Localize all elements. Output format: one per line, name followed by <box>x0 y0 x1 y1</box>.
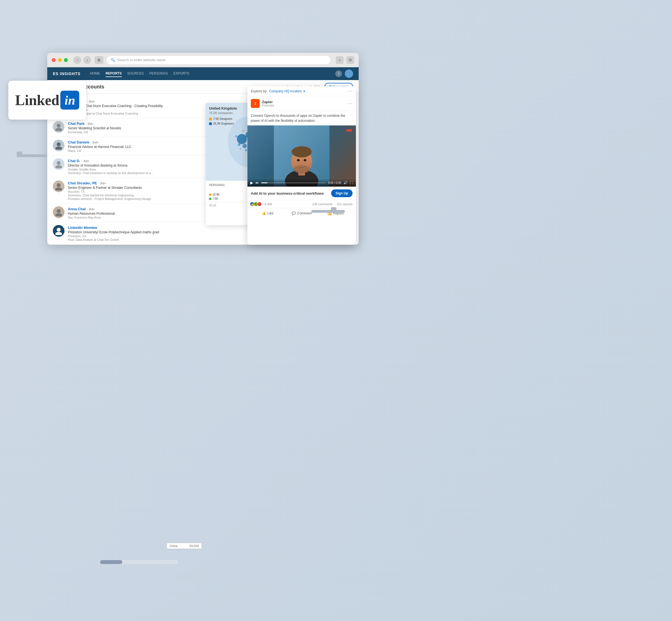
avatar <box>53 225 65 237</box>
help-icon[interactable]: ? <box>335 70 342 77</box>
svg-point-6 <box>57 161 60 165</box>
linkedin-in-text: in <box>65 93 75 108</box>
video-controls: ▶ ⏭ 0:05 / 0:30 🔊 ⛶ <box>247 179 356 187</box>
linkedin-box: in <box>60 91 79 110</box>
recording-indicator <box>346 129 352 131</box>
indicator-engineers <box>209 198 211 200</box>
zapier-logo: Z <box>251 99 260 108</box>
svg-point-7 <box>55 165 62 168</box>
url-bar[interactable]: 🔍 Search or enter website name <box>107 56 330 64</box>
svg-point-12 <box>57 228 60 232</box>
sign-up-button[interactable]: Sign Up <box>331 190 352 197</box>
comment-label: Comment <box>297 211 312 215</box>
nav-item-reports[interactable]: REPORTS <box>106 70 122 77</box>
svg-point-36 <box>304 159 306 161</box>
person-name[interactable]: LinkedIn Member <box>68 225 97 230</box>
avatar <box>53 206 65 218</box>
table-value: 69,500 <box>190 544 199 548</box>
maximize-button[interactable] <box>64 58 68 62</box>
nav-item-sources[interactable]: SOURCES <box>127 70 144 77</box>
explore-header: Explore by: Company HQ location ▾ ⋯ <box>247 86 356 96</box>
reaction-icons: 👍 🎉 ❤️ <box>251 202 262 206</box>
explore-value[interactable]: Company HQ location <box>269 89 302 93</box>
like-label: Like <box>267 211 274 215</box>
new-tab-button[interactable]: + <box>336 56 344 64</box>
svg-point-11 <box>55 213 62 216</box>
legend-item-designers: 7.5K Designers <box>209 117 234 120</box>
user-avatar[interactable] <box>345 70 353 78</box>
reposts-count: 152 reposts <box>337 202 352 206</box>
svg-point-3 <box>55 128 62 131</box>
chevron-down-icon: ▾ <box>303 89 305 93</box>
cta-text: Add AI to your business-critical workflo… <box>251 191 331 196</box>
avatar <box>53 180 65 192</box>
person-name[interactable]: Chal Shrader, PE <box>68 181 97 185</box>
map-legend: 7.5K Designers 25.3K Engineers <box>209 117 234 125</box>
bottom-scroll-thumb[interactable] <box>100 560 122 564</box>
browser-chrome: ‹ › ⊡ 🔍 Search or enter website name + ⧉ <box>47 53 359 67</box>
svg-point-37 <box>301 162 302 164</box>
svg-point-13 <box>55 232 62 235</box>
scrollbar-right-thumb[interactable] <box>331 207 336 213</box>
person-degree: · 3rd+ <box>86 122 93 125</box>
fullscreen-button[interactable]: ⛶ <box>350 181 353 185</box>
svg-point-38 <box>293 165 310 173</box>
nav-item-personas[interactable]: PERSONAS <box>149 70 168 77</box>
browser-nav: ‹ › <box>73 56 91 64</box>
person-name[interactable]: Chal D. <box>68 159 80 163</box>
linkedin-text-part: Linked <box>15 92 59 109</box>
bottom-table-row: China 69,500 <box>167 543 202 549</box>
svg-point-35 <box>297 159 300 161</box>
person-name[interactable]: Chal Park <box>68 122 85 126</box>
next-button[interactable]: ⏭ <box>255 181 259 185</box>
browser-actions: + ⧉ <box>336 56 354 64</box>
video-header: Z Zapier Promoted ⋯ <box>247 96 356 111</box>
nav-brand: ES INSIGHTS <box>53 72 81 76</box>
more-options-icon[interactable]: ⋯ <box>348 88 352 94</box>
svg-point-9 <box>55 188 62 191</box>
video-panel: Explore by: Company HQ location ▾ ⋯ Z Za… <box>247 86 356 245</box>
video-reactions: 👍 🎉 ❤️ 5,306 226 comments · 152 reposts <box>247 200 356 208</box>
bottom-scroll-track <box>100 560 178 564</box>
avatar <box>53 139 65 151</box>
nav-item-exports[interactable]: EXPORTS <box>173 70 190 77</box>
play-button[interactable]: ▶ <box>250 180 253 185</box>
nav-item-home[interactable]: HOME <box>90 70 100 77</box>
linkedin-logo: Linked in <box>15 91 80 110</box>
nav-right: ? <box>335 70 353 78</box>
svg-point-4 <box>57 142 60 146</box>
linkedin-logo-card: Linked in <box>8 81 86 120</box>
svg-point-5 <box>55 147 62 150</box>
back-button[interactable]: ‹ <box>73 56 81 64</box>
reactions-count: 5,306 <box>264 202 272 206</box>
person-name[interactable]: Anna Chal <box>68 207 86 211</box>
progress-bar[interactable] <box>261 182 326 183</box>
love-icon: ❤️ <box>257 202 262 206</box>
scrollbar-right-h[interactable] <box>311 210 345 213</box>
tab-overview-button[interactable]: ⧉ <box>346 56 354 64</box>
close-button[interactable] <box>52 58 55 62</box>
search-icon: 🔍 <box>111 58 115 62</box>
more-button[interactable]: ⋯ <box>347 100 352 107</box>
progress-fill <box>261 182 267 183</box>
person-name[interactable]: Chal Daniels <box>68 140 89 144</box>
video-player[interactable]: ▶ ⏭ 0:05 / 0:30 🔊 ⛶ <box>247 125 356 187</box>
volume-button[interactable]: 🔊 <box>343 181 347 185</box>
scrollbar-left-thumb[interactable] <box>17 152 22 157</box>
svg-point-23 <box>245 149 247 151</box>
like-action-button[interactable]: 👍 Like <box>251 209 285 217</box>
avatar <box>53 121 65 133</box>
minimize-button[interactable] <box>58 58 62 62</box>
forward-button[interactable]: › <box>83 56 91 64</box>
scrollbar-left-h[interactable] <box>19 154 47 157</box>
table-region: China <box>170 544 178 548</box>
svg-point-10 <box>57 209 60 213</box>
comment-icon: 💬 <box>292 211 296 215</box>
person-degree: · 3rd+ <box>87 100 95 103</box>
company-name[interactable]: Zapier <box>262 100 345 104</box>
nav-items: HOME REPORTS SOURCES PERSONAS EXPORTS <box>90 70 190 77</box>
report-title: 2021 Target Accounts <box>53 84 277 90</box>
sidebar-toggle[interactable]: ⊡ <box>94 56 103 64</box>
person-degree: · 3rd+ <box>81 159 89 163</box>
traffic-lights <box>52 58 68 62</box>
